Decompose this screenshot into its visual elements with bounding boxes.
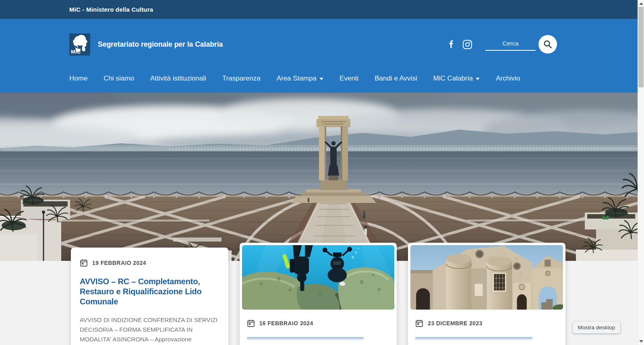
scrollbar-thumb[interactable]: [638, 7, 644, 87]
instagram-icon[interactable]: [462, 39, 472, 50]
scrollbar-down-arrow-icon[interactable]: [639, 340, 643, 343]
card-date: 19 FEBBRAIO 2024: [92, 260, 146, 266]
card-date-row: 19 FEBBRAIO 2024: [80, 259, 219, 267]
news-card-avviso-lido[interactable]: 19 FEBBRAIO 2024 AVVISO – RC – Completam…: [71, 248, 228, 345]
page: MiC - Ministero della Cultura MiC Segret…: [0, 0, 638, 345]
calendar-icon: [415, 319, 423, 327]
hero-image: [0, 93, 638, 261]
nav-item-chi-siamo[interactable]: Chi siamo: [104, 74, 134, 83]
hero-photo-lungomare: [0, 93, 638, 261]
topbar-title[interactable]: MiC - Ministero della Cultura: [69, 6, 153, 13]
nav-item-bandi-e-avvisi[interactable]: Bandi e Avvisi: [375, 74, 417, 83]
magnifier-icon: [543, 39, 553, 49]
news-card-subacquei[interactable]: 16 FEBBRAIO 2024: [240, 243, 397, 345]
card-title-link[interactable]: AVVISO – RC – Completamento, Restauro e …: [80, 277, 219, 306]
card-title-clipped: [247, 337, 364, 341]
card-date: 23 DICEMBRE 2023: [428, 320, 482, 326]
brand-link[interactable]: MiC Segretariato regionale per la Calabr…: [69, 33, 223, 56]
scrollbar[interactable]: [638, 0, 644, 345]
news-cards-row: 19 FEBBRAIO 2024 AVVISO – RC – Completam…: [71, 243, 565, 345]
card-image-church: [410, 245, 563, 310]
mic-logo[interactable]: MiC: [69, 33, 90, 56]
card-image-divers: [242, 245, 395, 310]
card-title-clipped: [415, 337, 532, 341]
card-date-row: 23 DICEMBRE 2023: [415, 319, 558, 327]
calendar-icon: [247, 319, 255, 327]
header: MiC Segretariato regionale per la Calabr…: [0, 19, 638, 93]
card-excerpt: AVVISO DI INDIZIONE CONFERENZA DI SERVIZ…: [80, 315, 219, 344]
chevron-down-icon: [319, 78, 323, 80]
search-button[interactable]: [538, 35, 557, 54]
nav-item-home[interactable]: Home: [69, 74, 87, 83]
chevron-down-icon: [476, 78, 480, 80]
card-date: 16 FEBBRAIO 2024: [259, 320, 313, 326]
news-card-chiesa[interactable]: 23 DICEMBRE 2023: [408, 243, 565, 345]
nav-item-mic-calabria[interactable]: MiC Calabria: [433, 74, 480, 83]
main-nav: Home Chi siamo Attività istituzionali Tr…: [0, 67, 638, 90]
nav-item-archivio[interactable]: Archivio: [496, 74, 520, 83]
scrollbar-up-arrow-icon[interactable]: [639, 2, 643, 5]
site-title: Segretariato regionale per la Calabria: [98, 40, 223, 49]
mostra-desktop-button[interactable]: Mostra desktop: [573, 322, 620, 333]
nav-item-eventi[interactable]: Eventi: [340, 74, 358, 83]
facebook-icon[interactable]: [446, 39, 457, 50]
search-input[interactable]: [485, 38, 536, 51]
card-date-row: 16 FEBBRAIO 2024: [247, 319, 390, 327]
nav-item-area-stampa[interactable]: Area Stampa: [277, 74, 323, 83]
calendar-icon: [80, 259, 88, 267]
topbar: MiC - Ministero della Cultura: [0, 0, 638, 19]
logo-text: MiC: [71, 49, 81, 55]
nav-item-attivita-istituzionali[interactable]: Attività istituzionali: [150, 74, 206, 83]
nav-item-trasparenza[interactable]: Trasparenza: [222, 74, 261, 83]
